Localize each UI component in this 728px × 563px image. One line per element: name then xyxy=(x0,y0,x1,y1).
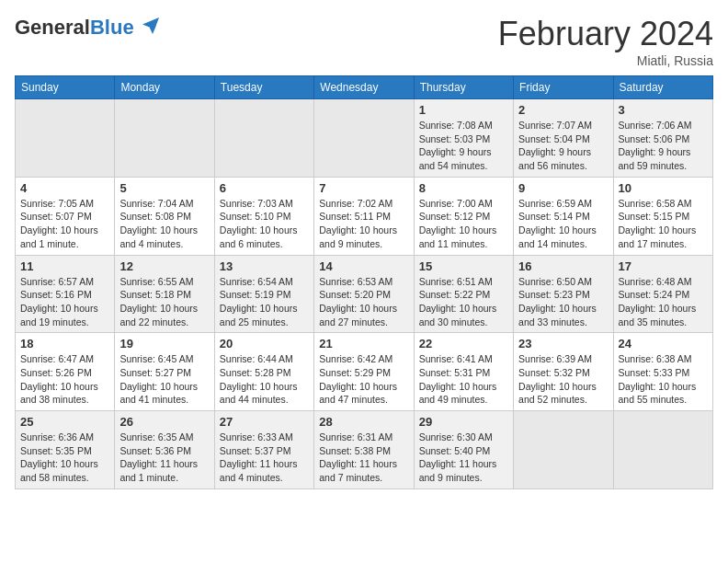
calendar-table: SundayMondayTuesdayWednesdayThursdayFrid… xyxy=(15,75,713,489)
day-info: Sunrise: 6:59 AM Sunset: 5:14 PM Dayligh… xyxy=(518,197,608,251)
calendar-cell: 8Sunrise: 7:00 AM Sunset: 5:12 PM Daylig… xyxy=(414,177,513,255)
col-header-monday: Monday xyxy=(115,76,214,99)
day-info: Sunrise: 6:30 AM Sunset: 5:40 PM Dayligh… xyxy=(419,431,508,485)
day-info: Sunrise: 6:50 AM Sunset: 5:23 PM Dayligh… xyxy=(518,275,608,329)
calendar-header-row: SundayMondayTuesdayWednesdayThursdayFrid… xyxy=(16,76,713,99)
day-info: Sunrise: 7:02 AM Sunset: 5:11 PM Dayligh… xyxy=(319,197,408,251)
day-number: 13 xyxy=(220,259,309,273)
day-info: Sunrise: 6:47 AM Sunset: 5:26 PM Dayligh… xyxy=(20,352,109,407)
calendar-cell: 9Sunrise: 6:59 AM Sunset: 5:14 PM Daylig… xyxy=(514,177,613,255)
day-number: 7 xyxy=(319,181,408,195)
day-info: Sunrise: 6:48 AM Sunset: 5:24 PM Dayligh… xyxy=(619,275,708,329)
calendar-cell: 12Sunrise: 6:55 AM Sunset: 5:18 PM Dayli… xyxy=(115,255,214,333)
day-number: 4 xyxy=(20,181,109,195)
calendar-cell: 24Sunrise: 6:38 AM Sunset: 5:33 PM Dayli… xyxy=(613,333,712,411)
day-info: Sunrise: 6:35 AM Sunset: 5:36 PM Dayligh… xyxy=(119,431,209,485)
day-info: Sunrise: 7:03 AM Sunset: 5:10 PM Dayligh… xyxy=(220,197,309,251)
day-info: Sunrise: 6:44 AM Sunset: 5:28 PM Dayligh… xyxy=(220,352,309,407)
calendar-cell: 3Sunrise: 7:06 AM Sunset: 5:06 PM Daylig… xyxy=(613,99,712,178)
day-info: Sunrise: 6:42 AM Sunset: 5:29 PM Dayligh… xyxy=(319,352,408,407)
day-info: Sunrise: 7:06 AM Sunset: 5:06 PM Dayligh… xyxy=(619,119,708,173)
calendar-cell: 22Sunrise: 6:41 AM Sunset: 5:31 PM Dayli… xyxy=(414,333,513,411)
day-number: 11 xyxy=(20,259,109,273)
day-info: Sunrise: 7:04 AM Sunset: 5:08 PM Dayligh… xyxy=(119,197,209,251)
day-info: Sunrise: 6:38 AM Sunset: 5:33 PM Dayligh… xyxy=(619,352,708,407)
page-header: GeneralBlue February 2024 Miatli, Russia xyxy=(15,15,713,68)
calendar-cell xyxy=(16,99,115,178)
day-number: 29 xyxy=(419,415,508,429)
day-info: Sunrise: 6:57 AM Sunset: 5:16 PM Dayligh… xyxy=(20,275,109,329)
calendar-cell: 25Sunrise: 6:36 AM Sunset: 5:35 PM Dayli… xyxy=(16,411,115,489)
calendar-cell: 23Sunrise: 6:39 AM Sunset: 5:32 PM Dayli… xyxy=(514,333,613,411)
calendar-cell: 17Sunrise: 6:48 AM Sunset: 5:24 PM Dayli… xyxy=(613,255,712,333)
day-info: Sunrise: 6:54 AM Sunset: 5:19 PM Dayligh… xyxy=(220,275,309,329)
day-number: 1 xyxy=(419,103,508,117)
day-info: Sunrise: 6:36 AM Sunset: 5:35 PM Dayligh… xyxy=(20,431,109,485)
calendar-cell: 6Sunrise: 7:03 AM Sunset: 5:10 PM Daylig… xyxy=(214,177,313,255)
day-info: Sunrise: 6:58 AM Sunset: 5:15 PM Dayligh… xyxy=(619,197,708,251)
month-title: February 2024 xyxy=(498,15,713,53)
day-number: 5 xyxy=(119,181,209,195)
calendar-cell xyxy=(314,99,414,178)
title-section: February 2024 Miatli, Russia xyxy=(498,15,713,68)
calendar-cell: 11Sunrise: 6:57 AM Sunset: 5:16 PM Dayli… xyxy=(16,255,115,333)
calendar-cell xyxy=(613,411,712,489)
calendar-cell: 27Sunrise: 6:33 AM Sunset: 5:37 PM Dayli… xyxy=(214,411,313,489)
day-number: 3 xyxy=(619,103,708,117)
calendar-week-row: 4Sunrise: 7:05 AM Sunset: 5:07 PM Daylig… xyxy=(16,177,713,255)
calendar-week-row: 11Sunrise: 6:57 AM Sunset: 5:16 PM Dayli… xyxy=(16,255,713,333)
calendar-cell: 4Sunrise: 7:05 AM Sunset: 5:07 PM Daylig… xyxy=(16,177,115,255)
day-number: 24 xyxy=(619,337,708,350)
day-info: Sunrise: 6:55 AM Sunset: 5:18 PM Dayligh… xyxy=(119,275,209,329)
day-number: 21 xyxy=(319,337,408,350)
day-number: 14 xyxy=(319,259,408,273)
calendar-week-row: 1Sunrise: 7:08 AM Sunset: 5:03 PM Daylig… xyxy=(16,99,713,178)
location: Miatli, Russia xyxy=(498,53,713,68)
calendar-cell xyxy=(514,411,613,489)
col-header-wednesday: Wednesday xyxy=(314,76,414,99)
calendar-cell: 1Sunrise: 7:08 AM Sunset: 5:03 PM Daylig… xyxy=(414,99,513,178)
calendar-cell: 28Sunrise: 6:31 AM Sunset: 5:38 PM Dayli… xyxy=(314,411,414,489)
calendar-cell: 26Sunrise: 6:35 AM Sunset: 5:36 PM Dayli… xyxy=(115,411,214,489)
day-number: 15 xyxy=(419,259,508,273)
day-number: 25 xyxy=(20,415,109,429)
day-info: Sunrise: 6:41 AM Sunset: 5:31 PM Dayligh… xyxy=(419,352,508,407)
calendar-cell xyxy=(115,99,214,178)
day-info: Sunrise: 7:00 AM Sunset: 5:12 PM Dayligh… xyxy=(419,197,508,251)
day-number: 9 xyxy=(518,181,608,195)
day-info: Sunrise: 6:45 AM Sunset: 5:27 PM Dayligh… xyxy=(119,352,209,407)
day-info: Sunrise: 6:33 AM Sunset: 5:37 PM Dayligh… xyxy=(220,431,309,485)
day-number: 18 xyxy=(20,337,109,350)
calendar-cell: 10Sunrise: 6:58 AM Sunset: 5:15 PM Dayli… xyxy=(613,177,712,255)
day-number: 17 xyxy=(619,259,708,273)
logo: GeneralBlue xyxy=(15,15,162,40)
day-number: 22 xyxy=(419,337,508,350)
calendar-cell: 18Sunrise: 6:47 AM Sunset: 5:26 PM Dayli… xyxy=(16,333,115,411)
day-number: 28 xyxy=(319,415,408,429)
day-number: 16 xyxy=(518,259,608,273)
day-info: Sunrise: 7:05 AM Sunset: 5:07 PM Dayligh… xyxy=(20,197,109,251)
calendar-cell: 29Sunrise: 6:30 AM Sunset: 5:40 PM Dayli… xyxy=(414,411,513,489)
day-number: 12 xyxy=(119,259,209,273)
col-header-saturday: Saturday xyxy=(613,76,712,99)
calendar-cell: 13Sunrise: 6:54 AM Sunset: 5:19 PM Dayli… xyxy=(214,255,313,333)
calendar-week-row: 18Sunrise: 6:47 AM Sunset: 5:26 PM Dayli… xyxy=(16,333,713,411)
day-number: 23 xyxy=(518,337,608,350)
day-info: Sunrise: 7:08 AM Sunset: 5:03 PM Dayligh… xyxy=(419,119,508,173)
day-number: 19 xyxy=(119,337,209,350)
day-number: 20 xyxy=(220,337,309,350)
calendar-cell: 2Sunrise: 7:07 AM Sunset: 5:04 PM Daylig… xyxy=(514,99,613,178)
calendar-cell: 21Sunrise: 6:42 AM Sunset: 5:29 PM Dayli… xyxy=(314,333,414,411)
day-info: Sunrise: 6:53 AM Sunset: 5:20 PM Dayligh… xyxy=(319,275,408,329)
day-info: Sunrise: 6:31 AM Sunset: 5:38 PM Dayligh… xyxy=(319,431,408,485)
calendar-cell xyxy=(214,99,313,178)
day-number: 10 xyxy=(619,181,708,195)
calendar-cell: 7Sunrise: 7:02 AM Sunset: 5:11 PM Daylig… xyxy=(314,177,414,255)
col-header-thursday: Thursday xyxy=(414,76,513,99)
calendar-cell: 5Sunrise: 7:04 AM Sunset: 5:08 PM Daylig… xyxy=(115,177,214,255)
calendar-cell: 20Sunrise: 6:44 AM Sunset: 5:28 PM Dayli… xyxy=(214,333,313,411)
col-header-friday: Friday xyxy=(514,76,613,99)
day-info: Sunrise: 6:39 AM Sunset: 5:32 PM Dayligh… xyxy=(518,352,608,407)
col-header-tuesday: Tuesday xyxy=(214,76,313,99)
day-number: 27 xyxy=(220,415,309,429)
